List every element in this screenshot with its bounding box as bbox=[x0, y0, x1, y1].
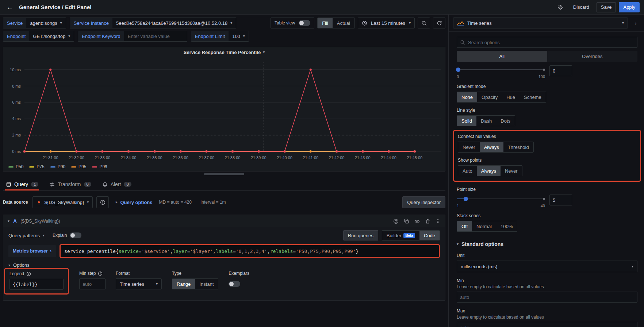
query-patterns-select[interactable]: Query patterns ▾ bbox=[8, 233, 45, 238]
service-variable-label: Service bbox=[3, 18, 26, 28]
connect-always-option[interactable]: Always bbox=[480, 142, 503, 152]
gradient-opacity-option[interactable]: Opacity bbox=[477, 92, 502, 102]
exemplars-label: Exemplars bbox=[229, 271, 249, 276]
viz-picker-row: Time series ▾ › bbox=[449, 15, 644, 32]
legend-item[interactable]: P95 bbox=[71, 164, 86, 169]
line-style-solid-option[interactable]: Solid bbox=[457, 116, 476, 126]
time-series-chart[interactable]: 0 ms2 ms4 ms6 ms8 ms10 ms21:31:0021:32:0… bbox=[3, 57, 445, 163]
builder-mode-option[interactable]: Builder Beta bbox=[382, 231, 419, 240]
connect-never-option[interactable]: Never bbox=[458, 142, 480, 152]
endpoint-keyword-input[interactable] bbox=[124, 31, 187, 41]
stack-100-option[interactable]: 100% bbox=[496, 221, 517, 231]
standard-options-header[interactable]: ▾ Standard options bbox=[457, 241, 637, 247]
svg-text:21:32:00: 21:32:00 bbox=[69, 155, 84, 160]
min-input[interactable] bbox=[457, 292, 637, 303]
options-search-input[interactable] bbox=[468, 40, 634, 45]
options-collapse-header[interactable]: ▾ Options bbox=[8, 262, 440, 268]
unit-select[interactable]: milliseconds (ms) ▾ bbox=[457, 261, 637, 272]
slider-handle[interactable] bbox=[464, 197, 468, 201]
delete-query-button[interactable] bbox=[425, 219, 430, 224]
stack-normal-option[interactable]: Normal bbox=[472, 221, 496, 231]
disable-query-button[interactable] bbox=[414, 219, 420, 224]
query-help-button[interactable] bbox=[393, 219, 399, 224]
legend-item[interactable]: P50 bbox=[8, 164, 23, 169]
gradient-none-option[interactable]: None bbox=[457, 92, 477, 102]
gradient-scheme-option[interactable]: Scheme bbox=[520, 92, 546, 102]
points-auto-option[interactable]: Auto bbox=[458, 166, 477, 176]
svg-text:0 ms: 0 ms bbox=[12, 149, 21, 154]
type-range-option[interactable]: Range bbox=[172, 279, 195, 289]
line-style-dash-option[interactable]: Dash bbox=[476, 116, 496, 126]
svg-text:6 ms: 6 ms bbox=[12, 100, 21, 104]
actual-option[interactable]: Actual bbox=[333, 18, 354, 28]
fill-opacity-value-input[interactable] bbox=[549, 65, 572, 76]
expression-highlight-box: service_percentile{service='$service', l… bbox=[60, 244, 440, 258]
apply-button[interactable]: Apply bbox=[619, 2, 640, 12]
duplicate-query-button[interactable] bbox=[404, 219, 409, 224]
metrics-browser-button[interactable]: Metrics browser › bbox=[8, 245, 56, 257]
legend-item[interactable]: P90 bbox=[50, 164, 65, 169]
legend-input[interactable] bbox=[9, 279, 64, 290]
datasource-help-button[interactable] bbox=[96, 196, 109, 208]
query-expression[interactable]: service_percentile{service='$service', l… bbox=[61, 245, 439, 257]
tab-query[interactable]: Query 1 bbox=[5, 181, 39, 190]
time-range-picker[interactable]: Last 15 minutes ▾ bbox=[358, 18, 415, 28]
query-toolbar-row: Query patterns ▾ Explain Run queries Bui… bbox=[8, 230, 440, 241]
explain-label: Explain bbox=[53, 233, 67, 238]
legend-item[interactable]: P99 bbox=[92, 164, 107, 169]
close-options-pane-button[interactable]: › bbox=[632, 18, 640, 28]
query-row-header[interactable]: ▾ A (${DS_SkyWalking}) bbox=[3, 215, 445, 227]
min-step-field: Min step bbox=[79, 271, 106, 289]
fill-opacity-slider[interactable] bbox=[457, 65, 545, 74]
legend-item[interactable]: P75 bbox=[29, 164, 44, 169]
run-queries-button[interactable]: Run queries bbox=[343, 230, 378, 241]
service-variable[interactable]: Service agent::songs▾ bbox=[3, 18, 66, 28]
tab-overrides[interactable]: Overrides bbox=[547, 51, 638, 62]
exemplars-toggle[interactable] bbox=[229, 281, 240, 287]
chevron-right-icon: › bbox=[635, 20, 636, 26]
max-input[interactable] bbox=[457, 322, 637, 327]
point-size-value-input[interactable] bbox=[549, 195, 572, 205]
type-control: Range Instant bbox=[172, 278, 218, 289]
service-instance-variable[interactable]: Service Instance 5eed0e5758a244aca6e7699… bbox=[70, 18, 236, 28]
slider-handle[interactable] bbox=[456, 68, 460, 72]
gradient-hue-option[interactable]: Hue bbox=[502, 92, 520, 102]
panel-settings-button[interactable] bbox=[555, 2, 566, 12]
scrollbar-thumb[interactable] bbox=[204, 173, 244, 175]
code-mode-option[interactable]: Code bbox=[419, 231, 440, 240]
query-inspector-button[interactable]: Query inspector bbox=[402, 196, 445, 208]
discard-button[interactable]: Discard bbox=[569, 2, 594, 12]
refresh-button[interactable] bbox=[433, 18, 445, 28]
panel-header[interactable]: Service Response Time Percentile ▾ bbox=[3, 47, 445, 57]
format-value: Time series bbox=[120, 281, 144, 287]
points-always-option[interactable]: Always bbox=[477, 166, 501, 176]
visualization-picker[interactable]: Time series ▾ bbox=[453, 18, 628, 28]
collapse-query-icon[interactable]: ▾ bbox=[8, 219, 9, 223]
tab-alert[interactable]: Alert 0 bbox=[101, 181, 132, 190]
endpoint-limit-variable[interactable]: Endpoint Limit 100▾ bbox=[191, 31, 249, 42]
fill-option[interactable]: Fill bbox=[318, 18, 333, 28]
line-style-dots-option[interactable]: Dots bbox=[496, 116, 515, 126]
slider-rail[interactable] bbox=[457, 69, 545, 70]
type-instant-option[interactable]: Instant bbox=[195, 279, 218, 289]
back-button[interactable]: ← bbox=[4, 2, 15, 12]
min-step-input[interactable] bbox=[79, 278, 106, 289]
query-options-toggle[interactable]: ▾ Query options bbox=[115, 200, 152, 205]
svg-text:21:34:00: 21:34:00 bbox=[121, 155, 137, 160]
stack-off-option[interactable]: Off bbox=[457, 221, 472, 231]
explain-toggle[interactable] bbox=[70, 232, 81, 238]
tab-all[interactable]: All bbox=[457, 51, 547, 62]
table-view-toggle[interactable] bbox=[299, 20, 310, 26]
save-button[interactable]: Save bbox=[597, 2, 616, 12]
endpoint-variable[interactable]: Endpoint GET:/songs/top▾ bbox=[3, 31, 74, 42]
max-label: Max bbox=[457, 308, 637, 313]
tab-transform[interactable]: Transform 0 bbox=[49, 181, 92, 190]
zoom-out-button[interactable] bbox=[418, 18, 430, 28]
slider-rail[interactable] bbox=[457, 199, 545, 199]
format-select[interactable]: Time series ▾ bbox=[116, 278, 162, 289]
datasource-picker[interactable]: ${DS_SkyWalking} ▾ bbox=[32, 196, 93, 208]
drag-query-handle[interactable] bbox=[436, 219, 441, 224]
point-size-slider[interactable] bbox=[457, 195, 545, 203]
connect-threshold-option[interactable]: Threshold bbox=[503, 142, 533, 152]
points-never-option[interactable]: Never bbox=[501, 166, 522, 176]
